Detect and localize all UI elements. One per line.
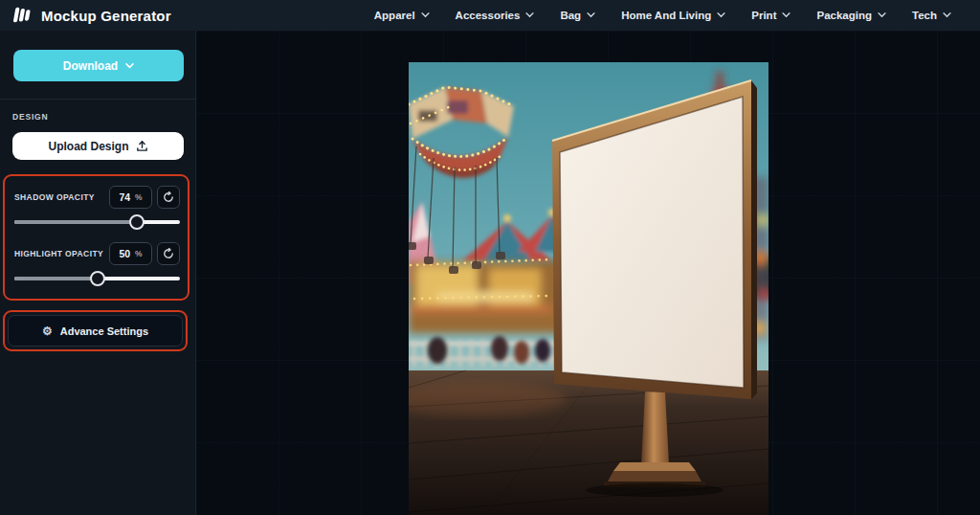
shadow-opacity-value: 74 (119, 191, 130, 203)
gear-icon: ⚙ (42, 325, 53, 337)
slider-fill (14, 220, 137, 224)
nav-label: Print (751, 10, 776, 21)
advance-settings-button[interactable]: ⚙ Advance Settings (8, 315, 183, 347)
top-navbar: Mockup Generator Apparel Accessories Bag… (0, 0, 980, 31)
chevron-down-icon (587, 12, 595, 18)
highlight-opacity-row: HIGHLIGHT OPACITY 50 % (14, 241, 180, 266)
billboard-pole (641, 392, 669, 464)
upload-icon (136, 140, 148, 152)
highlight-opacity-value-input[interactable]: 50 % (109, 242, 152, 265)
nav-item-accessories[interactable]: Accessories (456, 10, 535, 21)
brand[interactable]: Mockup Generator (0, 6, 171, 25)
nav-item-tech[interactable]: Tech (912, 10, 951, 21)
carnival-billboard-scene (409, 62, 768, 515)
shadow-opacity-slider[interactable] (14, 214, 180, 230)
nav-item-bag[interactable]: Bag (560, 10, 595, 21)
app-title: Mockup Generator (41, 8, 171, 24)
percent-unit: % (135, 249, 143, 258)
nav-item-home-and-living[interactable]: Home And Living (621, 10, 725, 21)
chevron-down-icon (943, 12, 951, 18)
upload-design-button[interactable]: Upload Design (12, 132, 184, 160)
reset-icon (163, 248, 174, 259)
section-divider (0, 99, 195, 100)
shadow-opacity-label: SHADOW OPACITY (14, 192, 109, 202)
mockup-canvas (196, 31, 980, 515)
nav-item-print[interactable]: Print (751, 10, 791, 21)
nav-label: Home And Living (621, 10, 711, 21)
chevron-down-icon (525, 12, 534, 18)
slider-handle[interactable] (90, 271, 105, 286)
opacity-controls-annotation: SHADOW OPACITY 74 % HIGHLIGHT OPACITY 50 (3, 174, 189, 301)
mockup-photo[interactable] (409, 62, 768, 515)
nav-label: Apparel (374, 10, 415, 21)
sidebar: Download DESIGN Upload Design SHADOW OPA… (0, 31, 196, 515)
nav-item-apparel[interactable]: Apparel (374, 10, 430, 21)
base-body (608, 471, 702, 481)
chevron-down-icon (717, 12, 725, 18)
highlight-opacity-value: 50 (119, 248, 130, 259)
base-shadow (586, 483, 724, 497)
highlight-opacity-reset-button[interactable] (157, 242, 180, 265)
mockup-generator-logo-icon (12, 6, 33, 25)
nav-item-packaging[interactable]: Packaging (816, 10, 886, 21)
nav-label: Tech (912, 10, 937, 21)
nav-label: Packaging (816, 10, 872, 21)
shadow-opacity-value-input[interactable]: 74 % (109, 186, 152, 209)
shadow-opacity-reset-button[interactable] (157, 186, 180, 209)
reset-icon (163, 191, 174, 203)
advance-settings-annotation: ⚙ Advance Settings (3, 310, 188, 351)
upload-design-label: Upload Design (48, 140, 128, 153)
highlight-opacity-label: HIGHLIGHT OPACITY (14, 249, 109, 258)
nav-label: Bag (560, 10, 581, 21)
highlight-opacity-slider[interactable] (14, 271, 180, 286)
slider-handle[interactable] (129, 214, 145, 230)
design-section-label: DESIGN (12, 112, 195, 122)
chevron-down-icon (125, 63, 134, 69)
base-top (613, 462, 696, 471)
nav-label: Accessories (456, 10, 521, 21)
billboard-side-face (751, 80, 757, 399)
download-button[interactable]: Download (13, 50, 184, 81)
shadow-opacity-row: SHADOW OPACITY 74 % (14, 185, 180, 210)
advance-settings-label: Advance Settings (60, 325, 148, 337)
chevron-down-icon (421, 12, 430, 18)
main-nav: Apparel Accessories Bag Home And Living … (374, 10, 980, 21)
chevron-down-icon (782, 12, 791, 18)
chevron-down-icon (878, 12, 886, 18)
percent-unit: % (135, 192, 143, 202)
slider-fill (14, 277, 98, 280)
download-label: Download (63, 59, 118, 73)
